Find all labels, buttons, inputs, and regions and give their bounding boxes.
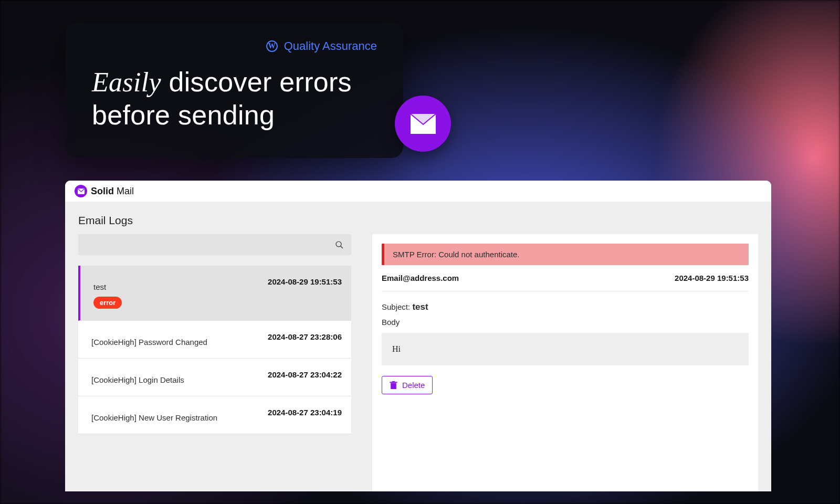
list-item[interactable]: 2024-08-29 19:51:53 test error xyxy=(78,266,351,321)
subject-value: test xyxy=(412,302,428,312)
detail-timestamp: 2024-08-29 19:51:53 xyxy=(675,274,749,282)
page-title: Email Logs xyxy=(78,214,771,227)
delete-button[interactable]: Delete xyxy=(382,376,433,394)
brand-name: Solid Mail xyxy=(91,186,134,197)
item-date: 2024-08-27 23:04:19 xyxy=(268,408,342,417)
list-item[interactable]: 2024-08-27 23:04:22 [CookieHigh] Login D… xyxy=(78,359,351,396)
body-content: Hi xyxy=(382,333,749,365)
svg-line-3 xyxy=(341,246,343,248)
item-date: 2024-08-29 19:51:53 xyxy=(268,277,342,286)
hero-card: W Quality Assurance Easily discover erro… xyxy=(66,23,403,158)
wordpress-icon: W xyxy=(266,40,278,52)
svg-rect-6 xyxy=(392,381,395,382)
item-date: 2024-08-27 23:28:06 xyxy=(268,332,342,341)
search-icon xyxy=(335,240,344,249)
detail-panel: SMTP Error: Could not authenticate. Emai… xyxy=(372,234,758,491)
hero-headline-em: Easily xyxy=(92,67,161,97)
svg-rect-4 xyxy=(391,383,396,389)
brand-icon xyxy=(75,185,87,197)
status-badge: error xyxy=(93,297,122,309)
recipient: Email@address.com xyxy=(382,274,459,282)
search-input[interactable] xyxy=(78,234,351,255)
hero-tag: Quality Assurance xyxy=(284,39,377,53)
sidebar: 2024-08-29 19:51:53 test error 2024-08-2… xyxy=(78,234,351,491)
app-titlebar: Solid Mail xyxy=(65,181,771,202)
item-date: 2024-08-27 23:04:22 xyxy=(268,370,342,379)
trash-icon xyxy=(390,381,397,390)
subject-label: Subject: xyxy=(382,302,410,311)
email-list: 2024-08-29 19:51:53 test error 2024-08-2… xyxy=(78,266,351,434)
hero-headline: Easily discover errors before sending xyxy=(92,66,377,132)
error-alert: SMTP Error: Could not authenticate. xyxy=(382,244,749,265)
body-label: Body xyxy=(382,318,749,327)
mail-badge-icon xyxy=(395,96,451,152)
svg-point-2 xyxy=(336,242,341,247)
app-window: Solid Mail Email Logs 2024-08-29 19:51:5… xyxy=(65,181,771,491)
delete-label: Delete xyxy=(402,381,425,390)
list-item[interactable]: 2024-08-27 23:28:06 [CookieHigh] Passwor… xyxy=(78,321,351,359)
subject-line: Subject: test xyxy=(382,302,749,312)
list-item[interactable]: 2024-08-27 23:04:19 [CookieHigh] New Use… xyxy=(78,396,351,434)
